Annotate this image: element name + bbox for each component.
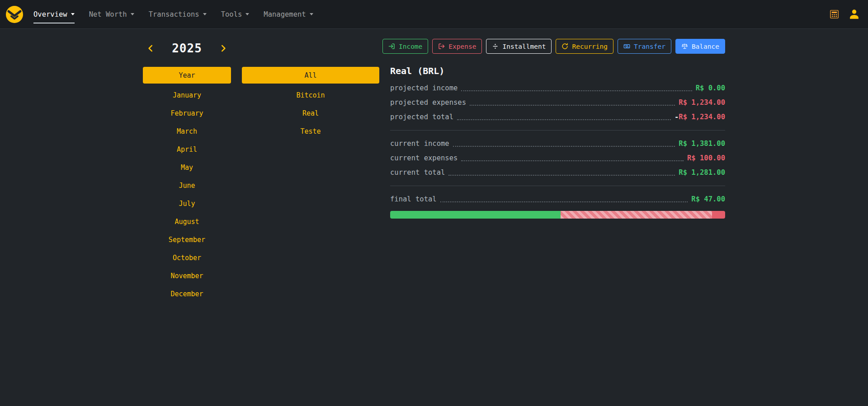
- month-link-february[interactable]: February: [143, 104, 231, 122]
- calculator-icon[interactable]: [829, 9, 840, 19]
- filter-label: Income: [399, 43, 422, 50]
- summary-row-label: projected total: [390, 113, 453, 121]
- account-link-teste[interactable]: Teste: [242, 122, 379, 140]
- top-navbar: Overview Net Worth Transactions Tools Ma…: [0, 0, 868, 29]
- summary-row-value: R$ 1,234.00: [679, 98, 725, 107]
- month-link-august[interactable]: August: [143, 213, 231, 231]
- summary-row-projected-total: projected total - R$ 1,234.00: [390, 110, 725, 124]
- month-link-may[interactable]: May: [143, 159, 231, 177]
- year-navigation: 2025: [143, 39, 231, 58]
- box-arrow-in-icon: [388, 43, 395, 50]
- nav-item-tools[interactable]: Tools: [221, 0, 250, 28]
- summary-row-label: current income: [390, 140, 449, 148]
- caret-down-icon: [203, 13, 207, 15]
- repeat-icon: [561, 43, 568, 50]
- account-link-real[interactable]: Real: [242, 104, 379, 122]
- scales-icon: [681, 43, 688, 50]
- year-button[interactable]: Year: [143, 67, 231, 84]
- summary-row-final-total: final total R$ 47.00: [390, 192, 725, 206]
- summary-row-value: R$ 1,381.00: [679, 140, 725, 148]
- account-link-bitcoin[interactable]: Bitcoin: [242, 86, 379, 104]
- months-column: Year January February March April May Ju…: [143, 67, 231, 303]
- user-icon[interactable]: [849, 9, 860, 20]
- month-list: January February March April May June Ju…: [143, 86, 231, 303]
- installment-filter-button[interactable]: Installment: [486, 39, 552, 54]
- balance-filter-button[interactable]: Balance: [675, 39, 725, 54]
- nav-item-management[interactable]: Management: [264, 0, 313, 28]
- section-divider: [390, 186, 725, 186]
- progress-segment-expense: [561, 211, 712, 219]
- nav-item-label: Net Worth: [89, 10, 127, 19]
- month-link-december[interactable]: December: [143, 285, 231, 303]
- period-selector: 2025 Year January February March April M…: [143, 39, 379, 303]
- month-link-june[interactable]: June: [143, 177, 231, 195]
- navbar-actions: [829, 0, 860, 28]
- recurring-filter-button[interactable]: Recurring: [556, 39, 613, 54]
- summary-row-value: R$ 1,281.00: [679, 168, 725, 177]
- progress-segment-income: [390, 211, 561, 219]
- summary-row-projected-expenses: projected expenses R$ 1,234.00: [390, 95, 725, 110]
- month-link-september[interactable]: September: [143, 231, 231, 249]
- filter-label: Expense: [448, 43, 476, 50]
- divide-icon: [492, 43, 499, 50]
- month-link-january[interactable]: January: [143, 86, 231, 104]
- filter-label: Installment: [502, 43, 546, 50]
- summary-row-value: R$ 1,234.00: [679, 113, 725, 121]
- nav-item-label: Overview: [33, 10, 67, 19]
- account-summary-title: Real (BRL): [390, 65, 725, 76]
- summary-row-label: final total: [390, 195, 437, 203]
- budget-progress-bar: [390, 211, 725, 219]
- summary-row-current-total: current total R$ 1,281.00: [390, 165, 725, 180]
- chevron-left-icon: [146, 44, 155, 52]
- caret-down-icon: [245, 13, 249, 15]
- month-link-march[interactable]: March: [143, 122, 231, 140]
- summary-row-current-expenses: current expenses R$ 100.00: [390, 151, 725, 165]
- nav-item-label: Management: [264, 10, 306, 19]
- all-accounts-button[interactable]: All: [242, 67, 379, 84]
- nav-item-label: Tools: [221, 10, 242, 19]
- summary-row-value: R$ 47.00: [691, 195, 725, 203]
- dotted-leader: [457, 114, 671, 120]
- main-content: 2025 Year January February March April M…: [143, 29, 725, 303]
- summary-row-current-income: current income R$ 1,381.00: [390, 136, 725, 151]
- month-link-november[interactable]: November: [143, 267, 231, 285]
- box-arrow-out-icon: [438, 43, 445, 50]
- dotted-leader: [461, 85, 692, 91]
- app-logo[interactable]: [5, 5, 24, 23]
- account-list: Bitcoin Real Teste: [242, 86, 379, 140]
- income-filter-button[interactable]: Income: [382, 39, 428, 54]
- progress-segment-overflow: [712, 211, 725, 219]
- accounts-column: All Bitcoin Real Teste: [242, 67, 379, 303]
- summary-row-label: current total: [390, 168, 445, 177]
- previous-year-button[interactable]: [144, 42, 157, 55]
- filter-label: Transfer: [634, 43, 665, 50]
- transfer-filter-button[interactable]: Transfer: [618, 39, 671, 54]
- caret-down-icon: [71, 13, 75, 15]
- dotted-leader: [461, 155, 684, 161]
- dotted-leader: [440, 196, 688, 202]
- expense-filter-button[interactable]: Expense: [432, 39, 482, 54]
- nav-item-overview[interactable]: Overview: [33, 0, 75, 28]
- filter-label: Recurring: [572, 43, 608, 50]
- month-link-october[interactable]: October: [143, 249, 231, 267]
- nav-item-label: Transactions: [149, 10, 199, 19]
- filter-label: Balance: [692, 43, 719, 50]
- summary-row-label: projected expenses: [390, 98, 466, 107]
- transaction-type-filters: Income Expense Installment: [390, 39, 725, 54]
- cash-icon: [623, 43, 630, 50]
- main-navigation: Overview Net Worth Transactions Tools Ma…: [33, 0, 328, 28]
- month-link-july[interactable]: July: [143, 195, 231, 213]
- next-year-button[interactable]: [217, 42, 230, 55]
- dotted-leader: [453, 141, 675, 147]
- coin-chevrons-logo: [5, 5, 24, 23]
- nav-item-net-worth[interactable]: Net Worth: [89, 0, 134, 28]
- caret-down-icon: [310, 13, 313, 15]
- month-link-april[interactable]: April: [143, 140, 231, 159]
- summary-row-value: R$ 100.00: [687, 154, 725, 162]
- summary-panel: Income Expense Installment: [390, 39, 725, 219]
- summary-row-projected-income: projected income R$ 0.00: [390, 81, 725, 95]
- caret-down-icon: [131, 13, 134, 15]
- dotted-leader: [448, 170, 675, 176]
- dotted-leader: [470, 100, 675, 106]
- nav-item-transactions[interactable]: Transactions: [149, 0, 207, 28]
